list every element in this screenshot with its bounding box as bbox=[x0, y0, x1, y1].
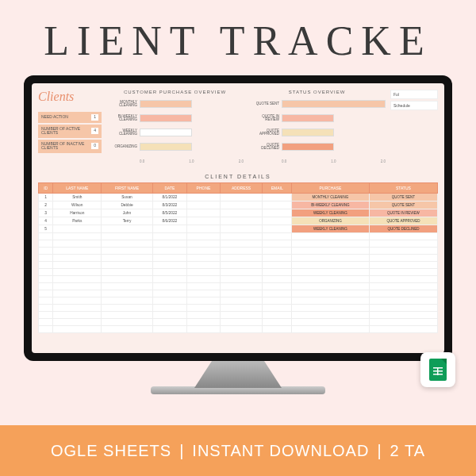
table-cell[interactable] bbox=[220, 248, 262, 255]
column-header[interactable]: ADDRESS bbox=[220, 183, 262, 194]
table-cell[interactable] bbox=[292, 283, 370, 290]
table-cell[interactable] bbox=[53, 255, 102, 262]
table-cell[interactable] bbox=[102, 298, 153, 305]
column-header[interactable]: STATUS bbox=[369, 183, 437, 194]
table-cell[interactable] bbox=[152, 240, 186, 248]
column-header[interactable]: LAST NAME bbox=[53, 183, 102, 194]
table-cell[interactable] bbox=[187, 319, 221, 326]
table-cell[interactable] bbox=[263, 276, 292, 283]
table-cell[interactable] bbox=[152, 276, 186, 283]
table-cell[interactable] bbox=[187, 248, 221, 255]
table-cell[interactable] bbox=[263, 283, 292, 290]
purchase-cell[interactable]: BI-WEEKLY CLEANING bbox=[292, 202, 370, 209]
table-cell[interactable] bbox=[187, 326, 221, 333]
table-cell[interactable] bbox=[292, 305, 370, 312]
table-cell[interactable] bbox=[220, 240, 262, 248]
column-header[interactable]: ID bbox=[39, 183, 53, 194]
table-cell[interactable] bbox=[187, 262, 221, 269]
table-cell[interactable] bbox=[53, 298, 102, 305]
table-row[interactable] bbox=[39, 326, 438, 333]
table-cell[interactable] bbox=[369, 248, 437, 255]
table-row[interactable] bbox=[39, 298, 438, 305]
table-row[interactable] bbox=[39, 248, 438, 255]
table-cell[interactable] bbox=[369, 305, 437, 312]
table-cell[interactable] bbox=[152, 305, 186, 312]
table-cell[interactable] bbox=[53, 305, 102, 312]
table-cell[interactable] bbox=[220, 194, 262, 202]
table-cell[interactable] bbox=[102, 276, 153, 283]
table-cell[interactable] bbox=[39, 262, 53, 269]
table-cell[interactable] bbox=[39, 305, 53, 312]
table-cell[interactable] bbox=[263, 326, 292, 333]
column-header[interactable]: FIRST NAME bbox=[102, 183, 153, 194]
column-header[interactable]: PHONE bbox=[187, 183, 221, 194]
table-cell[interactable] bbox=[263, 298, 292, 305]
table-cell[interactable] bbox=[152, 248, 186, 255]
table-cell[interactable] bbox=[187, 269, 221, 276]
table-cell[interactable] bbox=[39, 298, 53, 305]
table-cell[interactable] bbox=[39, 326, 53, 333]
table-cell[interactable]: 2 bbox=[39, 202, 53, 209]
table-cell[interactable] bbox=[53, 262, 102, 269]
column-header[interactable]: DATE bbox=[152, 183, 186, 194]
table-cell[interactable] bbox=[53, 326, 102, 333]
side-item[interactable]: Schedule bbox=[390, 101, 438, 110]
table-cell[interactable] bbox=[220, 269, 262, 276]
table-cell[interactable]: 1 bbox=[39, 194, 53, 202]
table-cell[interactable] bbox=[102, 290, 153, 298]
purchase-cell[interactable]: ORGANIZING bbox=[292, 217, 370, 225]
table-cell[interactable] bbox=[220, 283, 262, 290]
table-cell[interactable] bbox=[53, 283, 102, 290]
table-cell[interactable]: Parks bbox=[53, 217, 102, 225]
table-row[interactable]: 1SmithSusan8/1/2022MONTHLY CLEANINGQUOTE… bbox=[39, 194, 438, 202]
table-cell[interactable] bbox=[152, 319, 186, 326]
table-cell[interactable]: 3 bbox=[39, 209, 53, 217]
table-cell[interactable] bbox=[152, 262, 186, 269]
table-cell[interactable] bbox=[220, 298, 262, 305]
table-cell[interactable] bbox=[292, 312, 370, 319]
table-cell[interactable] bbox=[102, 283, 153, 290]
table-cell[interactable] bbox=[263, 240, 292, 248]
table-cell[interactable] bbox=[369, 319, 437, 326]
status-cell[interactable]: QUOTE IN REVIEW bbox=[369, 209, 437, 217]
table-cell[interactable] bbox=[220, 202, 262, 209]
table-cell[interactable] bbox=[187, 312, 221, 319]
table-cell[interactable] bbox=[263, 225, 292, 233]
table-cell[interactable] bbox=[102, 255, 153, 262]
table-cell[interactable] bbox=[53, 233, 102, 240]
table-cell[interactable] bbox=[39, 269, 53, 276]
table-cell[interactable] bbox=[187, 217, 221, 225]
table-cell[interactable]: Smith bbox=[53, 194, 102, 202]
status-cell[interactable]: QUOTE SENT bbox=[369, 202, 437, 209]
table-cell[interactable] bbox=[220, 255, 262, 262]
table-cell[interactable] bbox=[102, 248, 153, 255]
table-cell[interactable] bbox=[369, 240, 437, 248]
table-cell[interactable] bbox=[102, 269, 153, 276]
table-cell[interactable] bbox=[263, 202, 292, 209]
table-cell[interactable] bbox=[263, 319, 292, 326]
table-cell[interactable] bbox=[187, 240, 221, 248]
table-cell[interactable] bbox=[220, 262, 262, 269]
table-cell[interactable] bbox=[292, 233, 370, 240]
table-cell[interactable] bbox=[187, 283, 221, 290]
table-row[interactable] bbox=[39, 240, 438, 248]
table-cell[interactable] bbox=[39, 233, 53, 240]
purchase-cell[interactable]: WEEKLY CLEANING bbox=[292, 209, 370, 217]
table-cell[interactable] bbox=[369, 262, 437, 269]
table-cell[interactable] bbox=[39, 283, 53, 290]
table-cell[interactable] bbox=[263, 262, 292, 269]
table-cell[interactable] bbox=[369, 255, 437, 262]
table-cell[interactable] bbox=[263, 217, 292, 225]
table-row[interactable] bbox=[39, 276, 438, 283]
table-cell[interactable] bbox=[187, 298, 221, 305]
table-cell[interactable] bbox=[220, 305, 262, 312]
table-cell[interactable] bbox=[53, 276, 102, 283]
table-cell[interactable] bbox=[369, 312, 437, 319]
table-cell[interactable] bbox=[292, 248, 370, 255]
table-cell[interactable] bbox=[53, 225, 102, 233]
table-cell[interactable] bbox=[53, 319, 102, 326]
table-cell[interactable] bbox=[53, 248, 102, 255]
table-cell[interactable] bbox=[187, 194, 221, 202]
table-cell[interactable] bbox=[152, 290, 186, 298]
table-cell[interactable] bbox=[187, 209, 221, 217]
